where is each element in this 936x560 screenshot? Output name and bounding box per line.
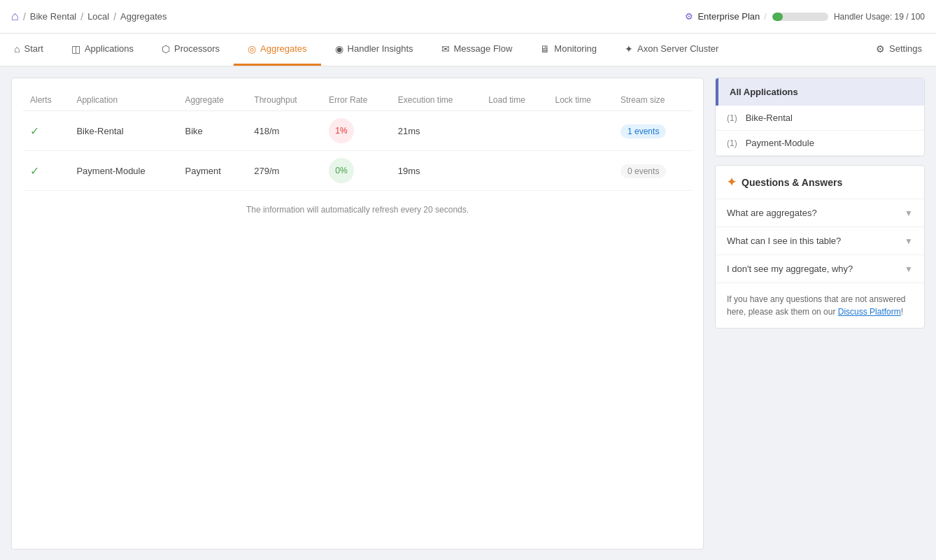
col-execution-time: Execution time <box>391 89 481 111</box>
stream-size-cell: 0 events <box>614 151 692 191</box>
qa-title: Questions & Answers <box>742 177 842 188</box>
application-cell: Bike-Rental <box>69 111 178 151</box>
execution-time-cell: 19ms <box>391 151 481 191</box>
stream-size-badge: 1 events <box>621 124 666 138</box>
app-count: (1) <box>727 138 737 148</box>
refresh-note: The information will automatically refre… <box>23 205 692 215</box>
tab-start[interactable]: ⌂ Start <box>0 34 57 66</box>
all-apps-card: All Applications (1)Bike-Rental(1)Paymen… <box>715 78 925 157</box>
handler-bar-fill <box>772 13 783 21</box>
tab-handler-insights[interactable]: ◉ Handler Insights <box>321 34 427 66</box>
col-throughput: Throughput <box>247 89 322 111</box>
app-list-item[interactable]: (1)Payment-Module <box>716 131 924 156</box>
discuss-link[interactable]: Discuss Platform <box>838 307 901 317</box>
app-count: (1) <box>727 113 737 123</box>
error-rate-badge: 1% <box>329 118 354 143</box>
chevron-down-icon: ▼ <box>905 236 913 246</box>
tab-monitoring[interactable]: 🖥 Monitoring <box>526 34 611 66</box>
check-icon: ✓ <box>30 165 39 177</box>
nav-tabs: ⌂ Start ◫ Applications ⬡ Processors ◎ Ag… <box>0 34 936 66</box>
tab-processors[interactable]: ⬡ Processors <box>148 34 234 66</box>
sidebar: All Applications (1)Bike-Rental(1)Paymen… <box>715 78 925 550</box>
plan-name: Enterprise Plan <box>697 11 760 22</box>
qa-question: What can I see in this table? <box>727 236 841 246</box>
app-name: Payment-Module <box>746 138 814 148</box>
breadcrumb-aggregates[interactable]: Aggregates <box>120 11 167 22</box>
table-row: ✓Bike-RentalBike418/m1%21ms1 events <box>23 111 692 151</box>
tab-settings[interactable]: ⚙ Settings <box>862 34 936 66</box>
aggregate-cell: Payment <box>178 151 247 191</box>
qa-item[interactable]: What are aggregates?▼ <box>716 199 924 227</box>
error-rate-badge: 0% <box>329 158 354 183</box>
table-row: ✓Payment-ModulePayment279/m0%19ms0 event… <box>23 151 692 191</box>
chevron-down-icon: ▼ <box>905 208 913 218</box>
col-application: Application <box>69 89 178 111</box>
aggregates-table: Alerts Application Aggregate Throughput … <box>23 89 692 191</box>
all-apps-header: All Applications <box>716 78 924 106</box>
tab-axon-server-cluster[interactable]: ✦ Axon Server Cluster <box>611 34 732 66</box>
breadcrumb-local[interactable]: Local <box>87 11 109 22</box>
qa-card: ✦ Questions & Answers What are aggregate… <box>715 165 925 329</box>
aggregates-icon: ◎ <box>248 43 256 55</box>
load-time-cell <box>481 151 548 191</box>
plan-icon: ⚙ <box>685 11 693 22</box>
stream-size-cell: 1 events <box>614 111 692 151</box>
col-stream-size: Stream size <box>614 89 692 111</box>
col-alerts: Alerts <box>23 89 69 111</box>
aggregates-table-section: Alerts Application Aggregate Throughput … <box>11 78 704 550</box>
qa-icon: ✦ <box>727 175 736 189</box>
check-icon: ✓ <box>30 125 39 137</box>
breadcrumb-area: ⌂ / Bike Rental / Local / Aggregates <box>11 9 685 24</box>
qa-item[interactable]: I don't see my aggregate, why?▼ <box>716 255 924 283</box>
qa-footer: If you have any questions that are not a… <box>716 283 924 328</box>
app-name: Bike-Rental <box>746 113 793 123</box>
handler-insights-icon: ◉ <box>335 43 343 55</box>
aggregate-cell: Bike <box>178 111 247 151</box>
col-lock-time: Lock time <box>548 89 614 111</box>
alert-cell: ✓ <box>23 111 69 151</box>
stream-size-badge: 0 events <box>621 164 666 178</box>
axon-cluster-icon: ✦ <box>625 43 633 55</box>
execution-time-cell: 21ms <box>391 111 481 151</box>
error-rate-cell: 1% <box>322 111 391 151</box>
qa-item[interactable]: What can I see in this table?▼ <box>716 227 924 255</box>
lock-time-cell <box>548 151 614 191</box>
handler-usage-container: Handler Usage: 19 / 100 <box>772 12 925 22</box>
alert-cell: ✓ <box>23 151 69 191</box>
home-icon[interactable]: ⌂ <box>11 9 19 24</box>
col-load-time: Load time <box>481 89 548 111</box>
throughput-cell: 279/m <box>247 151 322 191</box>
handler-usage-text: Handler Usage: 19 / 100 <box>834 12 925 22</box>
breadcrumb-bike-rental[interactable]: Bike Rental <box>30 11 76 22</box>
topbar: ⌂ / Bike Rental / Local / Aggregates ⚙ E… <box>0 0 936 34</box>
topbar-right: ⚙ Enterprise Plan / Handler Usage: 19 / … <box>685 11 925 22</box>
start-icon: ⌂ <box>14 43 20 55</box>
col-aggregate: Aggregate <box>178 89 247 111</box>
applications-icon: ◫ <box>71 43 80 55</box>
error-rate-cell: 0% <box>322 151 391 191</box>
load-time-cell <box>481 111 548 151</box>
tab-applications[interactable]: ◫ Applications <box>57 34 148 66</box>
throughput-cell: 418/m <box>247 111 322 151</box>
qa-question: What are aggregates? <box>727 208 817 218</box>
plan-badge: ⚙ Enterprise Plan / <box>685 11 767 22</box>
qa-footer-end: ! <box>901 307 903 317</box>
tab-message-flow[interactable]: ✉ Message Flow <box>427 34 527 66</box>
monitoring-icon: 🖥 <box>540 43 550 55</box>
col-error-rate: Error Rate <box>322 89 391 111</box>
application-cell: Payment-Module <box>69 151 178 191</box>
app-list-item[interactable]: (1)Bike-Rental <box>716 106 924 131</box>
main-content: Alerts Application Aggregate Throughput … <box>0 66 936 560</box>
processors-icon: ⬡ <box>162 43 170 55</box>
tab-aggregates[interactable]: ◎ Aggregates <box>234 34 321 66</box>
chevron-down-icon: ▼ <box>905 264 913 274</box>
lock-time-cell <box>548 111 614 151</box>
qa-question: I don't see my aggregate, why? <box>727 264 853 274</box>
qa-header: ✦ Questions & Answers <box>716 166 924 199</box>
handler-bar-background <box>772 13 828 21</box>
settings-icon: ⚙ <box>876 43 885 55</box>
message-flow-icon: ✉ <box>441 43 450 55</box>
